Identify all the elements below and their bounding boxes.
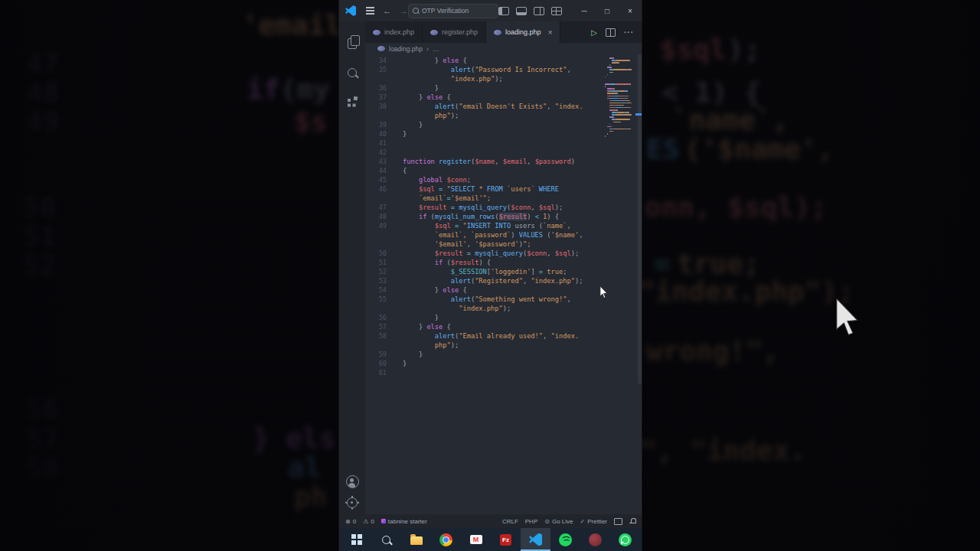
spotify-icon: [559, 533, 572, 546]
layout-grid-icon[interactable]: [551, 7, 562, 15]
search-text: OTP Verification: [422, 7, 469, 15]
taskbar-start[interactable]: [341, 528, 371, 551]
line-number: 40: [365, 130, 387, 138]
status-php[interactable]: PHP: [525, 518, 537, 525]
taskbar-spotify[interactable]: [550, 528, 580, 551]
taskbar-whatsapp[interactable]: [610, 528, 640, 551]
code-line: 35alert("Password Is Incorrect",: [365, 65, 605, 74]
line-number: 39: [365, 121, 387, 129]
code-line: 59}: [365, 350, 605, 359]
line-number: 59: [365, 350, 387, 358]
tab-actions: ▷···: [591, 21, 642, 43]
activity-extensions-icon[interactable]: [339, 87, 365, 116]
code-line: 38alert("email Doesn't Exists", "index.: [365, 102, 605, 111]
prettier-check-icon: ✓: [580, 518, 586, 525]
close-tab-icon[interactable]: ×: [548, 28, 553, 37]
code-line: 41: [365, 139, 605, 148]
code-line: 53alert("Registered", "index.php");: [365, 276, 605, 285]
line-number: 58: [365, 332, 387, 340]
status-right: CRLFPHP⊙Go Live✓Prettier: [502, 518, 635, 525]
status-0[interactable]: ⚠0: [363, 518, 374, 525]
layout-sidebar-icon[interactable]: [498, 7, 509, 15]
line-number: 44: [365, 167, 387, 174]
tab-register.php[interactable]: register.php: [423, 21, 486, 43]
scrollbar[interactable]: [638, 54, 642, 383]
status-label: Prettier: [587, 518, 607, 525]
code-line: 56}: [365, 313, 605, 322]
status-tabnine-starter[interactable]: tabnine starter: [381, 518, 427, 525]
overview-ruler-marker: [635, 113, 642, 116]
code-line: 61: [365, 368, 605, 377]
code-line: 49$sql = "INSERT INTO users (`name`,: [365, 221, 605, 230]
code-line: 47$result = mysqli_query($conn, $sql);: [365, 203, 605, 212]
maximize-button[interactable]: □: [596, 7, 619, 15]
breadcrumb-ellipsis: …: [433, 45, 439, 53]
tab-label: index.php: [384, 28, 414, 36]
code-line: 36}: [365, 83, 605, 93]
status-prettier[interactable]: ✓Prettier: [580, 518, 608, 525]
activity-search-icon[interactable]: [339, 58, 365, 87]
taskbar-app-red[interactable]: [580, 528, 610, 551]
activity-account-icon[interactable]: [346, 475, 359, 488]
more-actions-icon[interactable]: ···: [624, 28, 634, 37]
window-controls: ─ □ ×: [573, 7, 642, 15]
activity-explorer-icon[interactable]: [339, 29, 365, 58]
status-label: Go Live: [552, 518, 573, 525]
status-crlf[interactable]: CRLF: [502, 518, 518, 525]
breadcrumb[interactable]: loading.php › …: [365, 43, 642, 54]
php-file-icon: [373, 30, 381, 35]
titlebar: ← → OTP Verification ─ □ ×: [339, 0, 642, 21]
status-go-live[interactable]: ⊙Go Live: [544, 518, 573, 525]
split-editor-icon[interactable]: [606, 28, 616, 37]
layout-panel-icon[interactable]: [516, 7, 527, 15]
run-php-icon[interactable]: ▷: [591, 28, 597, 37]
taskbar-vscode-taskbar[interactable]: [521, 528, 550, 551]
arrow-left-icon[interactable]: ←: [383, 6, 391, 15]
code-line: 40}: [365, 129, 605, 139]
vscode-window: ← → OTP Verification ─ □ ×: [339, 0, 642, 551]
bell-icon[interactable]: [629, 518, 635, 524]
line-number: 52: [365, 268, 387, 276]
status-0[interactable]: ⊗0: [345, 518, 356, 525]
line-number: 45: [365, 176, 387, 184]
line-number: 50: [365, 249, 387, 257]
line-number: 56: [365, 314, 387, 321]
code-text: $_SESSION['loggedin'] = true;: [403, 267, 567, 276]
code-line: `email`, `password`) VALUES ('$name',: [365, 230, 605, 240]
screen-icon[interactable]: [614, 518, 622, 525]
mouse-cursor-large: [835, 298, 861, 337]
filezilla-icon: Fz: [500, 534, 511, 546]
code-line: 43function register($name, $email, $pass…: [365, 157, 605, 166]
error-icon: ⊗: [345, 518, 351, 525]
tab-index.php[interactable]: index.php: [365, 21, 423, 43]
account-icon: [346, 475, 359, 488]
tab-label: loading.php: [505, 28, 541, 36]
breadcrumb-file: loading.php: [389, 45, 423, 53]
code-line: 37} else {: [365, 93, 605, 102]
taskbar-chrome[interactable]: [431, 528, 461, 551]
taskbar-partial-app[interactable]: [640, 528, 642, 551]
code-text: $result = mysqli_query($conn, $sql);: [403, 203, 563, 212]
tab-loading.php[interactable]: loading.php×: [486, 21, 560, 43]
arrow-right-icon[interactable]: →: [400, 6, 408, 15]
vscode-taskbar-icon: [529, 533, 542, 546]
minimize-button[interactable]: ─: [573, 7, 596, 15]
taskbar-mail[interactable]: M: [461, 528, 491, 551]
line-number: 57: [365, 323, 387, 331]
taskbar-filezilla[interactable]: Fz: [491, 528, 521, 551]
command-center-search[interactable]: OTP Verification: [408, 4, 498, 18]
code-text: $sql = "INSERT INTO users (`name`,: [403, 221, 571, 230]
breadcrumb-separator-icon: ›: [426, 45, 429, 53]
line-number: 35: [365, 66, 387, 73]
menu-icon[interactable]: [366, 10, 374, 11]
layout-right-icon[interactable]: [534, 7, 544, 15]
taskbar-file-explorer[interactable]: [401, 528, 431, 551]
minimap[interactable]: [605, 57, 634, 140]
close-button[interactable]: ×: [619, 7, 642, 15]
activity-settings-gear-icon[interactable]: [347, 497, 358, 508]
settings-gear-icon: [347, 497, 358, 508]
code-line: 46$sql = "SELECT * FROM `users` WHERE: [365, 184, 605, 194]
taskbar-search-taskbar[interactable]: [371, 528, 401, 551]
code-editor[interactable]: 34} else {35alert("Password Is Incorrect…: [365, 54, 642, 514]
layout-controls: [498, 7, 562, 15]
